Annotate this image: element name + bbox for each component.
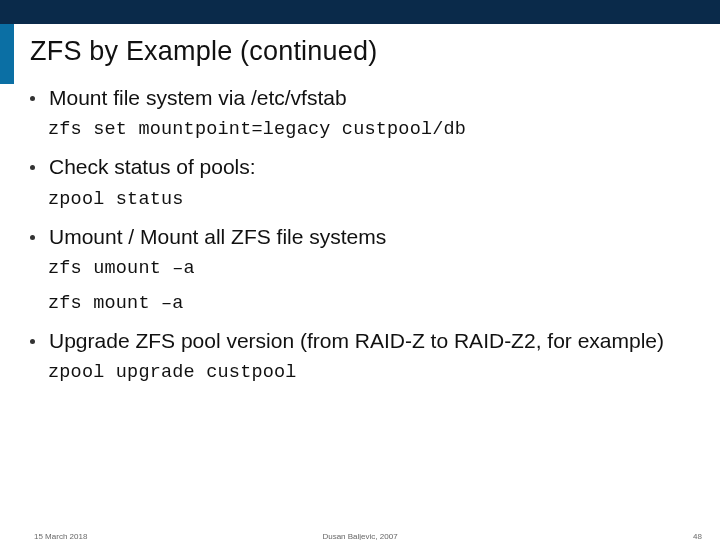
footer-page-number: 48 bbox=[693, 532, 702, 540]
list-item: Check status of pools: zpool status bbox=[30, 154, 698, 209]
page-title: ZFS by Example (continued) bbox=[30, 36, 698, 67]
code-line: zpool status bbox=[48, 189, 698, 210]
top-accent-bar bbox=[0, 0, 720, 24]
code-line: zpool upgrade custpool bbox=[48, 362, 698, 383]
bullet-icon bbox=[30, 165, 35, 170]
bullet-text: Check status of pools: bbox=[49, 154, 256, 180]
list-item: Umount / Mount all ZFS file systems zfs … bbox=[30, 224, 698, 314]
bullet-text: Mount file system via /etc/vfstab bbox=[49, 85, 347, 111]
bullet-icon bbox=[30, 96, 35, 101]
bullet-text: Upgrade ZFS pool version (from RAID-Z to… bbox=[49, 328, 664, 354]
code-line: zfs umount –a bbox=[48, 258, 698, 279]
list-item: Mount file system via /etc/vfstab zfs se… bbox=[30, 85, 698, 140]
code-line: zfs mount –a bbox=[48, 293, 698, 314]
left-accent-bar bbox=[0, 24, 14, 84]
code-line: zfs set mountpoint=legacy custpool/db bbox=[48, 119, 698, 140]
slide-content: ZFS by Example (continued) Mount file sy… bbox=[30, 36, 698, 397]
list-item: Upgrade ZFS pool version (from RAID-Z to… bbox=[30, 328, 698, 383]
bullet-icon bbox=[30, 235, 35, 240]
bullet-icon bbox=[30, 339, 35, 344]
footer-author: Dusan Baljevic, 2007 bbox=[0, 532, 720, 540]
bullet-text: Umount / Mount all ZFS file systems bbox=[49, 224, 386, 250]
